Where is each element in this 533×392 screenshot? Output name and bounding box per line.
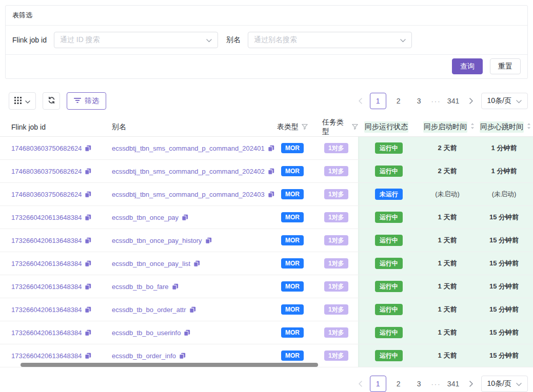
table-type-badge: MOR [281,281,304,292]
copy-icon[interactable] [85,145,91,152]
heartbeat-time-cell: 15 分钟前 [475,344,533,367]
page-button-1[interactable]: 1 [370,93,386,109]
alias-link[interactable]: ecssdb_tb_bo_userinfo [112,329,181,337]
job-id-link[interactable]: 1746803603750682624 [11,168,82,175]
job-id-link[interactable]: 1746803603750682624 [11,145,82,152]
start-time-cell: 2 天前 [420,137,475,159]
copy-icon[interactable] [179,353,186,359]
status-badge: 运行中 [375,327,403,338]
job-id-link[interactable]: 1732660420613648384 [11,260,82,267]
next-page-button[interactable] [466,376,477,392]
alias-link[interactable]: ecssdbtj_tbn_sms_command_p_command_20240… [112,191,265,198]
alias-link[interactable]: ecssdb_tb_bo_fare [112,283,169,291]
prev-page-button[interactable] [354,376,366,392]
job-id-link[interactable]: 1732660420613648384 [11,329,82,337]
job-id-link[interactable]: 1732660420613648384 [11,283,82,291]
refresh-button[interactable] [43,92,60,110]
alias-link[interactable]: ecssdbtj_tbn_sms_command_p_command_20240… [112,168,265,175]
col-header-start-time[interactable]: 同步启动时间 [420,117,475,136]
page-size-value: 10条/页 [487,379,511,388]
page-button-341[interactable]: 341 [445,376,462,392]
filter-icon [74,97,81,105]
column-sorter-icon[interactable] [470,122,475,131]
page-button-2[interactable]: 2 [390,376,407,392]
filter-button[interactable]: 筛选 [67,92,106,110]
copy-icon[interactable] [268,191,274,198]
table-row: 1732660420613648384 ecssdb_tb_bo_fare MO… [0,275,533,298]
copy-icon[interactable] [189,306,196,313]
alias-link[interactable]: ecssdbtj_tbn_sms_command_p_command_20240… [112,145,265,152]
page-button-3[interactable]: 3 [411,93,427,109]
page-size-select[interactable]: 10条/页 [481,93,528,109]
col-header-task-type: 任务类型 [321,117,358,136]
job-id-link[interactable]: 1732660420613648384 [11,237,82,244]
job-id-link[interactable]: 1732660420613648384 [11,352,82,360]
job-id-link[interactable]: 1732660420613648384 [11,306,82,314]
copy-icon[interactable] [85,237,91,244]
job-id-link[interactable]: 1746803603750682624 [11,191,82,198]
copy-icon[interactable] [184,329,190,336]
copy-icon[interactable] [268,145,274,152]
status-badge: 运行中 [375,142,403,154]
alias-link[interactable]: ecssdb_tbn_once_pay_history [112,237,202,244]
flink-job-id-select[interactable]: 通过 ID 搜索 [54,32,218,48]
status-badge: 未运行 [375,189,403,200]
copy-icon[interactable] [172,283,179,290]
task-type-badge: 1对多 [324,143,348,153]
table-type-badge: MOR [281,143,304,153]
query-button[interactable]: 查询 [452,58,483,74]
pagination-bottom-wrap: 1 2 3 ··· 341 10条/页 [5,376,528,392]
page-button-2[interactable]: 2 [390,93,407,109]
task-type-badge: 1对多 [324,304,348,315]
alias-link[interactable]: ecssdb_tbn_once_pay [112,214,179,221]
alias-link[interactable]: ecssdb_tb_order_info [112,352,176,360]
copy-icon[interactable] [85,329,91,336]
heartbeat-time-cell: 15 分钟前 [475,321,533,344]
copy-icon[interactable] [85,306,91,313]
start-time-cell: 1 天前 [420,321,475,344]
copy-icon[interactable] [85,260,91,267]
start-time-cell: 1 天前 [420,229,475,252]
task-type-badge: 1对多 [324,166,348,176]
next-page-button[interactable] [466,93,477,109]
alias-link[interactable]: ecssdb_tbn_once_pay_list [112,260,190,267]
alias-select[interactable]: 通过别名搜索 [248,32,412,48]
chevron-down-icon [516,97,522,105]
alias-link[interactable]: ecssdb_tb_bo_order_attr [112,306,186,314]
copy-icon[interactable] [193,260,200,267]
column-sorter-icon[interactable] [527,122,531,131]
heartbeat-time-cell: 1 分钟前 [475,137,533,159]
table-type-badge: MOR [281,304,304,315]
page-ellipsis[interactable]: ··· [431,380,441,388]
copy-icon[interactable] [268,168,274,175]
copy-icon[interactable] [85,168,91,175]
toolbar-left: 筛选 [5,92,106,110]
heartbeat-time-cell: 1 分钟前 [475,160,533,182]
job-id-link[interactable]: 1732660420613648384 [11,214,82,221]
copy-icon[interactable] [85,353,91,359]
page-button-341[interactable]: 341 [445,93,462,109]
task-type-badge: 1对多 [324,212,348,222]
horizontal-scrollbar[interactable] [21,363,318,367]
copy-icon[interactable] [85,283,91,290]
heartbeat-time-cell: 15 分钟前 [475,298,533,321]
col-header-heartbeat-time[interactable]: 同步心跳时间 [475,117,533,136]
column-filter-funnel-icon[interactable] [352,123,358,131]
copy-icon[interactable] [85,214,91,221]
page-button-3[interactable]: 3 [411,376,427,392]
table-type-badge: MOR [281,258,304,269]
table-row: 1732660420613648384 ecssdb_tb_bo_order_a… [0,298,533,321]
copy-icon[interactable] [85,191,91,198]
heartbeat-time-cell: (未启动) [475,183,533,205]
page-size-select[interactable]: 10条/页 [481,376,528,392]
task-type-badge: 1对多 [324,281,348,292]
page-ellipsis[interactable]: ··· [431,97,441,105]
reset-button[interactable]: 重置 [490,58,521,74]
column-settings-button[interactable] [9,92,36,110]
prev-page-button[interactable] [354,93,366,109]
copy-icon[interactable] [182,214,188,221]
page-size-value: 10条/页 [487,96,511,106]
column-filter-funnel-icon[interactable] [302,123,308,131]
page-button-1[interactable]: 1 [370,376,386,392]
copy-icon[interactable] [205,237,212,244]
